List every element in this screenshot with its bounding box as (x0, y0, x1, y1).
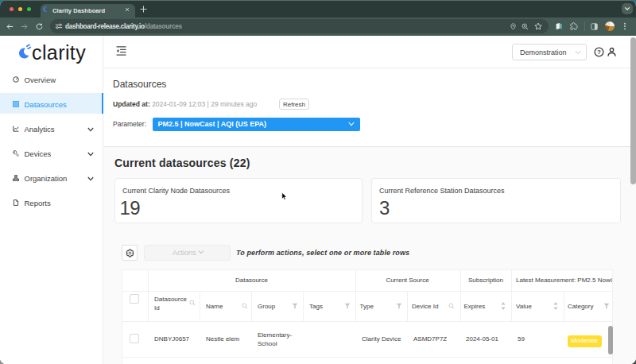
svg-text:?: ? (597, 48, 601, 56)
